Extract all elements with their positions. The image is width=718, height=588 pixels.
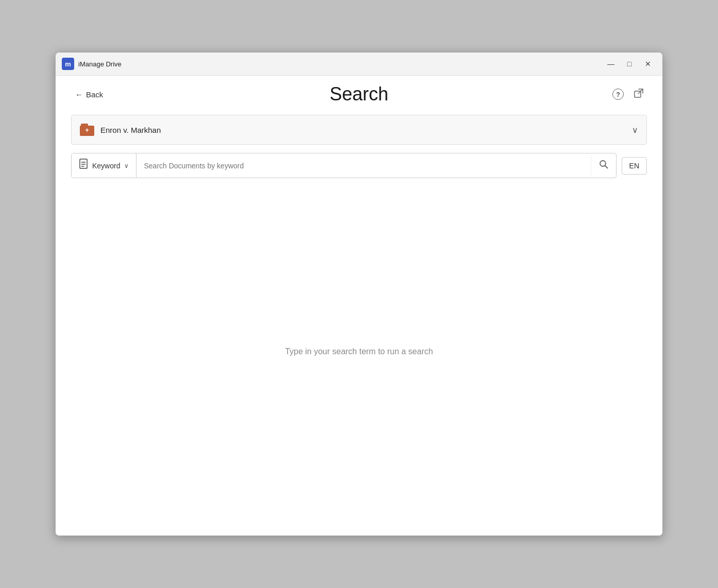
content-area: ← Back Search ?: [56, 76, 662, 535]
minimize-button[interactable]: —: [603, 57, 619, 71]
back-label: Back: [86, 90, 103, 99]
search-bar: Keyword ∨: [71, 153, 617, 178]
workspace-icon: +: [80, 123, 94, 137]
external-link-icon: [634, 88, 644, 101]
workspace-left: + Enron v. Markhan: [80, 123, 161, 137]
back-arrow-icon: ←: [75, 90, 83, 99]
empty-state-message: Type in your search term to run a search: [285, 347, 433, 356]
search-icon: [599, 159, 609, 172]
workspace-chevron-icon: ∨: [632, 125, 638, 135]
workspace-dropdown[interactable]: + Enron v. Markhan ∨: [71, 115, 647, 145]
header-row: ← Back Search ?: [71, 86, 647, 102]
maximize-button[interactable]: □: [621, 57, 638, 71]
search-input[interactable]: [136, 157, 590, 175]
svg-text:+: +: [85, 127, 89, 134]
empty-state: Type in your search term to run a search: [71, 178, 647, 525]
title-bar-left: m iManage Drive: [62, 58, 122, 70]
keyword-chevron-icon: ∨: [124, 162, 129, 169]
title-bar: m iManage Drive — □ ✕: [56, 53, 662, 76]
search-bar-container: Keyword ∨ EN: [71, 153, 647, 178]
app-icon: m: [62, 58, 74, 70]
page-title: Search: [330, 83, 388, 105]
title-bar-controls: — □ ✕: [603, 57, 656, 71]
document-icon: [79, 159, 89, 172]
workspace-name: Enron v. Markhan: [100, 126, 161, 134]
close-button[interactable]: ✕: [640, 57, 656, 71]
svg-rect-5: [80, 159, 87, 168]
language-button[interactable]: EN: [622, 157, 647, 175]
header-icons: ?: [610, 86, 647, 102]
search-submit-button[interactable]: [591, 155, 616, 176]
keyword-selector[interactable]: Keyword ∨: [72, 153, 136, 178]
app-title: iManage Drive: [78, 60, 122, 68]
help-button[interactable]: ?: [610, 86, 626, 102]
svg-line-10: [605, 166, 607, 168]
back-button[interactable]: ← Back: [71, 88, 107, 101]
keyword-label: Keyword: [92, 162, 120, 170]
help-icon: ?: [612, 89, 624, 100]
app-window: m iManage Drive — □ ✕ ← Back Search ?: [55, 52, 663, 536]
external-link-button[interactable]: [630, 86, 647, 102]
